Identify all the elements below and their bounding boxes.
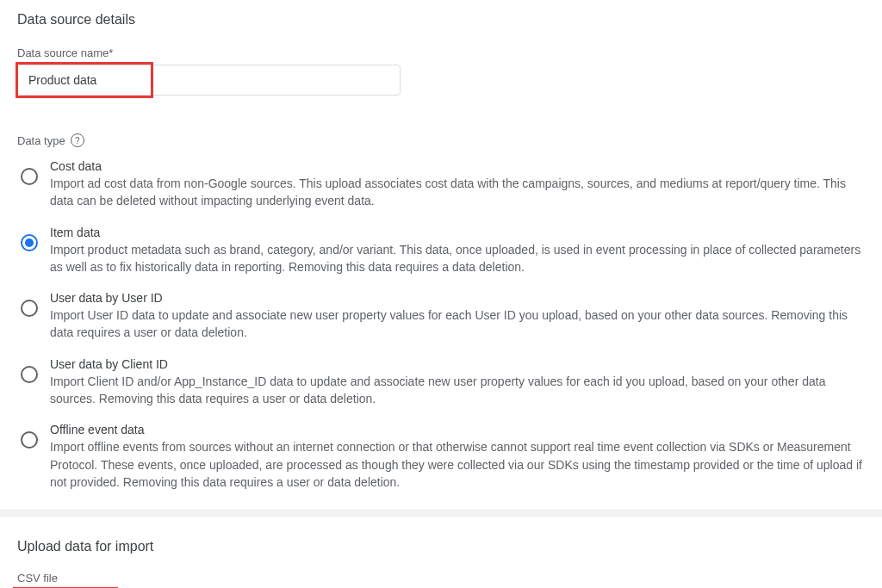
radio-button[interactable] [21, 234, 38, 251]
csv-file-label: CSV file [17, 572, 865, 585]
radio-option-item-data[interactable]: Item data Import product metadata such a… [21, 226, 865, 276]
option-desc: Import product metadata such as brand, c… [50, 241, 865, 276]
data-type-header: Data type ? [17, 133, 865, 147]
option-body: Cost data Import ad cost data from non-G… [50, 159, 865, 210]
upload-title: Upload data for import [17, 539, 865, 554]
help-icon[interactable]: ? [71, 133, 84, 147]
radio-button[interactable] [21, 431, 38, 449]
radio-button[interactable] [21, 366, 38, 383]
option-title: Offline event data [50, 423, 865, 436]
data-type-radio-group: Cost data Import ad cost data from non-G… [17, 159, 865, 491]
upload-section: Upload data for import CSV file Upload C… [17, 539, 865, 588]
radio-button[interactable] [21, 168, 38, 185]
section-title: Data source details [17, 12, 865, 28]
radio-option-offline-event-data[interactable]: Offline event data Import offline events… [21, 423, 865, 491]
option-title: Cost data [50, 159, 865, 173]
option-title: Item data [50, 226, 865, 239]
data-source-name-wrap [17, 65, 401, 96]
data-source-name-label: Data source name* [17, 46, 865, 59]
option-title: User data by User ID [50, 291, 865, 305]
data-type-label: Data type [17, 134, 65, 147]
radio-option-cost-data[interactable]: Cost data Import ad cost data from non-G… [21, 159, 865, 210]
option-desc: Import ad cost data from non-Google sour… [50, 175, 865, 210]
option-desc: Import offline events from sources witho… [50, 438, 865, 491]
radio-button[interactable] [21, 300, 38, 317]
option-body: User data by User ID Import User ID data… [50, 291, 865, 342]
radio-option-user-data-user-id[interactable]: User data by User ID Import User ID data… [21, 291, 865, 342]
option-body: Item data Import product metadata such a… [50, 226, 865, 276]
data-source-name-input[interactable] [17, 65, 401, 96]
radio-option-user-data-client-id[interactable]: User data by Client ID Import Client ID … [21, 357, 865, 408]
option-title: User data by Client ID [50, 357, 865, 371]
option-desc: Import Client ID and/or App_Instance_ID … [50, 373, 865, 408]
data-source-details-section: Data source details Data source name* Da… [17, 12, 865, 491]
option-body: Offline event data Import offline events… [50, 423, 865, 491]
option-desc: Import User ID data to update and associ… [50, 306, 865, 342]
option-body: User data by Client ID Import Client ID … [50, 357, 865, 408]
section-divider [0, 510, 882, 517]
